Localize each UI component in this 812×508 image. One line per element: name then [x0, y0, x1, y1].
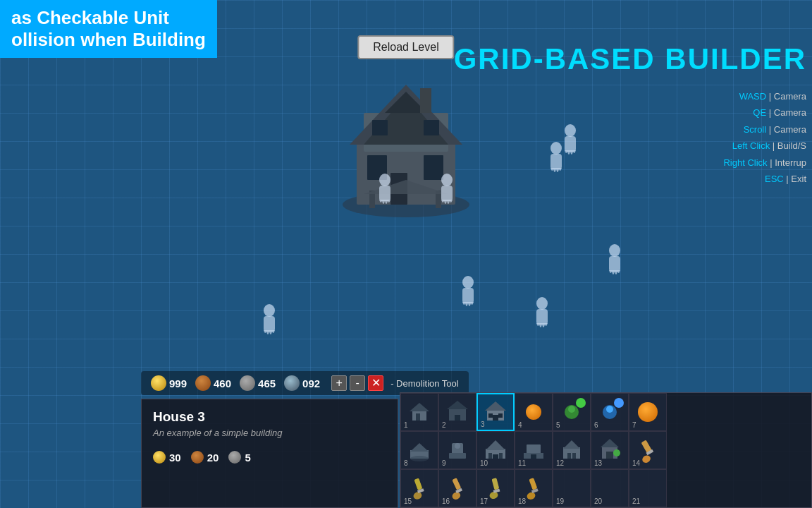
svg-marker-53: [486, 440, 505, 450]
svg-marker-61: [563, 440, 580, 449]
svg-point-27: [536, 297, 548, 310]
minus-button[interactable]: -: [350, 375, 365, 391]
svg-point-43: [568, 406, 575, 413]
cell-2-num: 2: [442, 421, 446, 429]
inventory-cell-16[interactable]: 16: [438, 469, 476, 507]
svg-rect-56: [493, 454, 498, 459]
inventory-cell-13[interactable]: 13: [591, 431, 629, 469]
inventory-row-3: 15 16 17 18: [400, 469, 811, 507]
cell-4-num: 4: [518, 421, 522, 429]
stone-icon: [240, 375, 255, 391]
demolish-button[interactable]: ✕: [368, 375, 383, 391]
ctrl-lclick-key: Left Click: [732, 140, 770, 151]
svg-marker-32: [410, 403, 429, 411]
stone-value: 465: [258, 377, 276, 389]
svg-marker-35: [447, 401, 468, 409]
svg-rect-77: [491, 478, 499, 490]
svg-point-69: [641, 454, 651, 463]
cell-17-num: 17: [480, 497, 488, 505]
inventory-cell-1[interactable]: 1: [400, 393, 438, 431]
top-left-banner: as Checkable Unit ollision when Building: [0, 0, 217, 58]
svg-rect-40: [488, 413, 493, 418]
plus-button[interactable]: +: [331, 375, 347, 391]
svg-rect-71: [414, 478, 422, 490]
ctrl-qe-key: QE: [753, 107, 766, 118]
svg-marker-65: [601, 439, 619, 447]
wood-icon: [195, 375, 211, 391]
inventory-cell-15[interactable]: 15: [400, 469, 438, 507]
svg-rect-10: [372, 120, 388, 135]
ctrl-scroll-desc: | Camera: [766, 124, 806, 135]
svg-rect-33: [416, 413, 420, 421]
svg-rect-11: [424, 120, 439, 135]
inventory-cell-12[interactable]: 12: [553, 431, 591, 469]
resource-bar: 999 460 465 092 + - ✕ - Demolition Tool: [141, 371, 469, 395]
svg-rect-50: [449, 453, 466, 459]
ctrl-scroll-key: Scroll: [744, 124, 767, 135]
cell-15-num: 15: [404, 497, 412, 505]
orange-item-icon: [638, 402, 658, 422]
metal-resource: 092: [284, 375, 320, 391]
inventory-cell-7[interactable]: 7: [629, 393, 667, 431]
inventory-cell-3[interactable]: 3: [476, 393, 515, 431]
cell-6-num: 6: [594, 421, 598, 429]
svg-point-17: [441, 174, 453, 186]
svg-rect-39: [493, 415, 498, 421]
controls-help: WASD | Camera QE | Camera Scroll | Camer…: [723, 88, 812, 187]
inventory-cell-20[interactable]: 20: [591, 469, 629, 507]
selected-building-name: House 3: [153, 409, 386, 425]
svg-rect-22: [550, 154, 562, 169]
ctrl-rclick-key: Right Click: [723, 157, 767, 168]
svg-point-25: [462, 276, 474, 289]
svg-rect-74: [452, 478, 461, 490]
svg-point-51: [455, 443, 460, 449]
ctrl-wasd-desc: | Camera: [766, 91, 806, 102]
inventory-cell-2[interactable]: 2: [438, 393, 476, 431]
ghost-figure-7: [532, 296, 552, 332]
wood-resource: 460: [195, 375, 231, 391]
cost-wood-icon: [191, 451, 204, 464]
ghost-figure-8: [259, 303, 279, 339]
cell-21-num: 21: [632, 497, 640, 505]
cost-wood-value: 20: [207, 452, 219, 464]
inventory-cell-8[interactable]: 8: [400, 431, 438, 469]
cell-12-num: 12: [556, 459, 564, 467]
cell-5-num: 5: [556, 421, 560, 429]
svg-rect-28: [536, 309, 548, 325]
ctrl-qe-desc: | Camera: [766, 107, 806, 118]
inventory-cell-17[interactable]: 17: [476, 469, 515, 507]
cell-19-num: 19: [556, 497, 564, 505]
svg-point-29: [264, 304, 275, 317]
cell-10-num: 10: [480, 459, 488, 467]
inventory-cell-4[interactable]: 4: [515, 393, 553, 431]
inventory-cell-6[interactable]: 6: [591, 393, 629, 431]
svg-rect-30: [264, 316, 275, 332]
svg-point-45: [606, 406, 613, 413]
svg-rect-60: [563, 447, 580, 459]
inventory-cell-5[interactable]: 5: [553, 393, 591, 431]
inventory-cell-19[interactable]: 19: [553, 469, 591, 507]
cost-gold: 30: [153, 451, 181, 464]
svg-rect-6: [420, 88, 431, 113]
stone-resource: 465: [240, 375, 276, 391]
ctrl-esc-key: ESC: [765, 174, 784, 184]
svg-point-19: [565, 124, 576, 137]
inventory-cell-10[interactable]: 10: [476, 431, 515, 469]
inventory-cell-9[interactable]: 9: [438, 431, 476, 469]
ghost-figure-2: [437, 173, 457, 208]
ghost-figure-4: [546, 141, 566, 176]
svg-point-81: [526, 491, 536, 501]
inventory-cell-11[interactable]: 11: [515, 431, 553, 469]
inventory-cell-18[interactable]: 18: [515, 469, 553, 507]
demolition-label: - Demolition Tool: [390, 378, 459, 389]
cell-14-num: 14: [632, 459, 640, 467]
cell-11-num: 11: [518, 459, 526, 467]
cost-stone: 5: [228, 451, 250, 464]
svg-point-21: [550, 142, 562, 155]
gold-resource: 999: [151, 375, 187, 391]
svg-rect-66: [606, 452, 613, 459]
inventory-cell-21[interactable]: 21: [629, 469, 667, 507]
ghost-figure-6: [458, 275, 478, 310]
inventory-cell-14[interactable]: 14: [629, 431, 667, 469]
ctrl-lclick-desc: | Build/S: [770, 140, 806, 151]
